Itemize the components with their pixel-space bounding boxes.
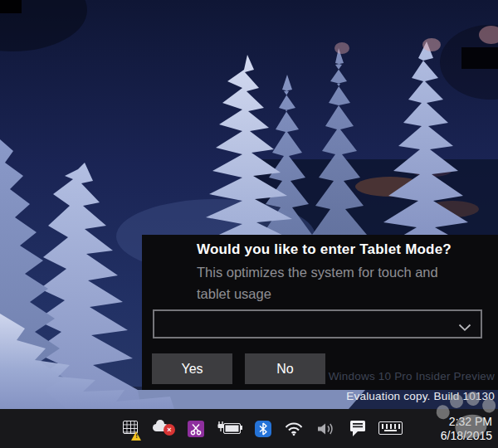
insider-preview-watermark: Windows 10 Pro Insider Preview <box>329 370 495 382</box>
touch-keyboard-icon[interactable] <box>378 419 403 439</box>
error-badge: × <box>164 424 175 436</box>
bluetooth-rune <box>255 421 271 437</box>
warning-exclamation: ! <box>135 432 138 440</box>
scissors-icon <box>188 421 203 436</box>
paw-toe <box>436 404 451 420</box>
toast-title: Would you like to enter Tablet Mode? <box>197 241 452 258</box>
battery-body <box>223 423 241 434</box>
yes-button[interactable]: Yes <box>152 353 232 384</box>
paw-toe <box>481 397 496 413</box>
paw-toe <box>449 393 464 409</box>
no-button[interactable]: No <box>245 353 325 384</box>
paw-pad <box>454 412 489 440</box>
battery-nub <box>241 426 242 430</box>
onenote-clip-icon[interactable] <box>188 421 204 437</box>
action-center-icon[interactable] <box>349 419 366 439</box>
paw-print-watermark <box>433 387 498 448</box>
bubble-text-lines <box>353 423 363 429</box>
bluetooth-icon[interactable] <box>255 421 271 437</box>
bubble-tail <box>353 431 358 436</box>
keyboard-keys <box>382 424 400 429</box>
speaker-glyph <box>316 421 337 436</box>
toast-button-row: Yes No <box>152 353 325 384</box>
chevron-down-icon <box>458 320 471 329</box>
keyboard-spacebar <box>384 430 397 432</box>
toast-dropdown[interactable] <box>153 309 482 338</box>
toast-body: This optimizes the system for touch and … <box>197 261 464 304</box>
taskbar: ! × <box>0 409 498 448</box>
wifi-arcs <box>284 421 304 436</box>
paw-toe <box>466 391 481 407</box>
photo-dark-patch <box>461 47 498 69</box>
volume-icon[interactable] <box>316 419 337 439</box>
windows-update-warning-icon[interactable]: ! <box>122 419 140 439</box>
photo-dark-corner <box>0 0 22 13</box>
battery-plugged-icon[interactable] <box>217 419 242 439</box>
tablet-mode-toast: Would you like to enter Tablet Mode? Thi… <box>142 235 498 390</box>
wifi-icon[interactable] <box>284 419 304 439</box>
desktop: Windows 10 Pro Insider Preview Evaluatio… <box>0 0 498 448</box>
keyboard-frame <box>378 421 403 435</box>
onedrive-error-icon[interactable]: × <box>153 419 175 439</box>
